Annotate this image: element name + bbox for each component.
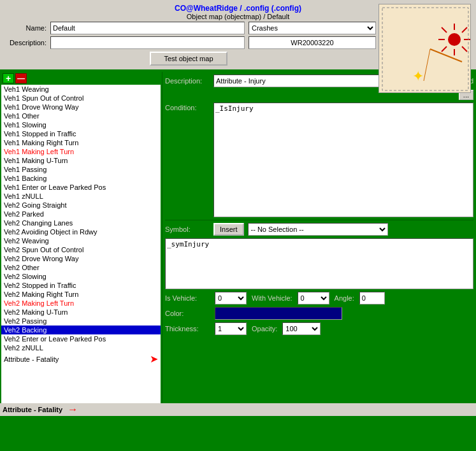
- list-item[interactable]: Veh1 Making Left Turn: [1, 147, 161, 156]
- status-bar: Attribute - Fatality →: [0, 403, 476, 416]
- color-select[interactable]: [215, 307, 342, 320]
- attribute-fatality-label: Attribute - Fatality: [3, 406, 62, 413]
- add-item-button[interactable]: +: [3, 73, 14, 83]
- map-preview-svg: ✦: [379, 4, 471, 93]
- desc-input[interactable]: [50, 36, 245, 49]
- list-item[interactable]: Veh2 Making Right Turn: [1, 290, 161, 299]
- right-panel: Description: Enabled ... Condition: _IsI…: [162, 72, 476, 403]
- thickness-label: Thickness:: [165, 325, 210, 333]
- name-input[interactable]: [50, 22, 245, 34]
- color-label: Color:: [165, 310, 210, 317]
- list-item[interactable]: Veh2 Drove Wrong Way: [1, 254, 161, 263]
- list-item[interactable]: Veh2 Backing: [1, 326, 161, 334]
- list-item[interactable]: Veh2 Avoiding Object in Rdwy: [1, 227, 161, 236]
- symbol-textarea[interactable]: _symInjury: [165, 238, 473, 289]
- svg-rect-12: [382, 8, 468, 90]
- svg-line-8: [442, 47, 447, 52]
- vehicle-row: Is Vehicle: 01 With Vehicle: 01 Angle:: [165, 292, 473, 304]
- list-item[interactable]: Veh2 Making U-Turn: [1, 308, 161, 317]
- list-toolbar: + —: [0, 72, 162, 85]
- list-item[interactable]: Veh2 Passing: [1, 317, 161, 326]
- list-item[interactable]: Veh2 Weaving: [1, 236, 161, 245]
- list-item[interactable]: Veh2 Stopped in Traffic: [1, 281, 161, 290]
- color-row: Color:: [165, 307, 473, 320]
- title-link[interactable]: CO@WheatRidge / .config (.config): [175, 4, 301, 13]
- arrow-icon: →: [68, 404, 78, 415]
- symbol-row: Symbol: Insert -- No Selection --: [165, 223, 473, 236]
- list-item[interactable]: Veh1 Making U-Turn: [1, 156, 161, 165]
- item-list[interactable]: Veh1 WeavingVeh1 Spun Out of ControlVeh1…: [1, 85, 161, 403]
- name-label: Name:: [5, 24, 47, 32]
- list-item[interactable]: Veh2 Slowing: [1, 272, 161, 281]
- arrow-indicator: ➤: [150, 353, 158, 365]
- condition-textarea[interactable]: _IsInjury: [213, 103, 473, 217]
- symbol-select[interactable]: -- No Selection --: [248, 223, 388, 236]
- list-item[interactable]: Veh1 Slowing: [1, 120, 161, 129]
- angle-input[interactable]: [359, 292, 385, 304]
- list-item[interactable]: Veh1 Spun Out of Control: [1, 94, 161, 103]
- crashes-select[interactable]: Crashes: [249, 22, 376, 34]
- with-vehicle-label: With Vehicle:: [252, 294, 292, 302]
- list-item[interactable]: Veh1 Weaving: [1, 85, 161, 94]
- svg-line-1: [424, 49, 430, 81]
- list-item[interactable]: Attribute - Fatality➤: [1, 352, 161, 366]
- list-item-label: Attribute - Fatality: [4, 355, 59, 363]
- list-item[interactable]: Veh2 Enter or Leave Parked Pos: [1, 334, 161, 343]
- opacity-select[interactable]: 100755025: [282, 322, 321, 335]
- svg-line-10: [442, 27, 447, 32]
- list-item[interactable]: Veh1 Passing: [1, 165, 161, 174]
- right-desc-label: Description:: [165, 77, 210, 85]
- insert-button[interactable]: Insert: [213, 223, 244, 236]
- condition-label: Condition:: [165, 103, 210, 111]
- with-vehicle-select[interactable]: 01: [298, 292, 329, 304]
- list-item[interactable]: Veh2 Making Left Turn: [1, 299, 161, 308]
- svg-line-6: [462, 47, 467, 52]
- header-section: CO@WheatRidge / .config (.config) Object…: [0, 0, 476, 69]
- list-item[interactable]: Veh1 Making Right Turn: [1, 138, 161, 147]
- thickness-row: Thickness: 123 Opacity: 100755025: [165, 322, 473, 335]
- list-item[interactable]: Veh1 Other: [1, 111, 161, 120]
- angle-label: Angle:: [335, 294, 354, 302]
- list-item[interactable]: Veh2 Spun Out of Control: [1, 245, 161, 254]
- is-vehicle-select[interactable]: 01: [215, 292, 247, 304]
- list-item[interactable]: Veh1 Drove Wrong Way: [1, 103, 161, 111]
- svg-line-4: [462, 27, 467, 32]
- remove-item-button[interactable]: —: [15, 73, 27, 83]
- list-item[interactable]: Veh1 zNULL: [1, 192, 161, 201]
- subtitle: Object map (objectmap) / Default: [187, 13, 289, 20]
- list-item[interactable]: Veh1 Stopped in Traffic: [1, 129, 161, 138]
- list-item[interactable]: Veh1 Backing: [1, 174, 161, 183]
- left-panel: + — Veh1 WeavingVeh1 Spun Out of Control…: [0, 72, 162, 403]
- list-item[interactable]: Veh2 Other: [1, 263, 161, 272]
- svg-point-2: [448, 33, 461, 46]
- list-item[interactable]: Veh1 Enter or Leave Parked Pos: [1, 183, 161, 192]
- symbol-label: Symbol:: [165, 226, 210, 233]
- is-vehicle-label: Is Vehicle:: [165, 294, 210, 302]
- main-content: + — Veh1 WeavingVeh1 Spun Out of Control…: [0, 72, 476, 403]
- wr-input[interactable]: [249, 36, 376, 49]
- list-item[interactable]: Veh2 zNULL: [1, 343, 161, 352]
- opacity-label: Opacity:: [252, 325, 277, 333]
- list-item[interactable]: Veh2 Changing Lanes: [1, 218, 161, 227]
- svg-line-0: [430, 49, 462, 62]
- svg-text:✦: ✦: [412, 68, 424, 84]
- test-object-map-button[interactable]: Test object map: [150, 52, 227, 66]
- list-item[interactable]: Veh2 Going Straight: [1, 201, 161, 210]
- desc-label: Description:: [5, 39, 47, 47]
- thickness-select[interactable]: 123: [215, 322, 247, 335]
- map-preview: ✦: [379, 4, 471, 93]
- list-item[interactable]: Veh2 Parked: [1, 210, 161, 218]
